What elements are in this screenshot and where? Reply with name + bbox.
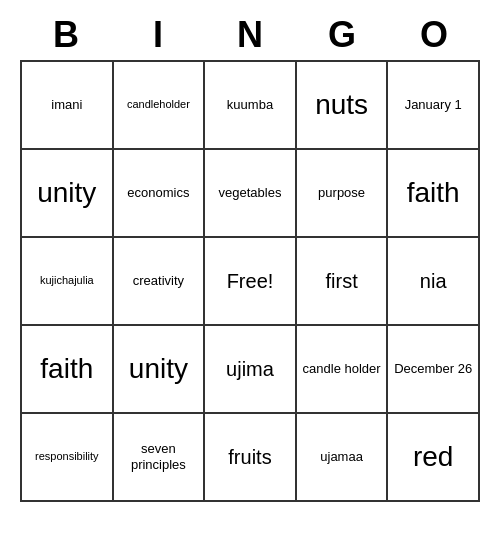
cell-text-11: creativity: [133, 273, 184, 289]
bingo-cell-14: nia: [388, 238, 480, 326]
bingo-cell-8: purpose: [297, 150, 389, 238]
bingo-cell-4: January 1: [388, 62, 480, 150]
cell-text-22: fruits: [228, 445, 271, 469]
bingo-cell-17: ujima: [205, 326, 297, 414]
cell-text-4: January 1: [405, 97, 462, 113]
bingo-cell-6: economics: [114, 150, 206, 238]
cell-text-21: seven principles: [118, 441, 200, 472]
bingo-grid: imanicandleholderkuumbanutsJanuary 1unit…: [20, 60, 480, 502]
cell-text-18: candle holder: [303, 361, 381, 377]
cell-text-0: imani: [51, 97, 82, 113]
header-letter-I: I: [112, 10, 204, 60]
cell-text-7: vegetables: [219, 185, 282, 201]
cell-text-13: first: [325, 269, 357, 293]
cell-text-16: unity: [129, 352, 188, 386]
bingo-cell-13: first: [297, 238, 389, 326]
bingo-cell-20: responsibility: [22, 414, 114, 502]
cell-text-1: candleholder: [127, 98, 190, 111]
bingo-cell-22: fruits: [205, 414, 297, 502]
cell-text-9: faith: [407, 176, 460, 210]
bingo-cell-23: ujamaa: [297, 414, 389, 502]
cell-text-2: kuumba: [227, 97, 273, 113]
cell-text-6: economics: [127, 185, 189, 201]
cell-text-5: unity: [37, 176, 96, 210]
cell-text-24: red: [413, 440, 453, 474]
cell-text-19: December 26: [394, 361, 472, 377]
bingo-cell-19: December 26: [388, 326, 480, 414]
cell-text-10: kujichajulia: [40, 274, 94, 287]
cell-text-23: ujamaa: [320, 449, 363, 465]
bingo-cell-5: unity: [22, 150, 114, 238]
bingo-cell-1: candleholder: [114, 62, 206, 150]
header-letter-O: O: [388, 10, 480, 60]
cell-text-17: ujima: [226, 357, 274, 381]
cell-text-20: responsibility: [35, 450, 99, 463]
bingo-cell-10: kujichajulia: [22, 238, 114, 326]
header-letter-B: B: [20, 10, 112, 60]
bingo-card: BINGO imanicandleholderkuumbanutsJanuary…: [20, 10, 480, 502]
cell-text-15: faith: [40, 352, 93, 386]
bingo-header: BINGO: [20, 10, 480, 60]
bingo-cell-24: red: [388, 414, 480, 502]
bingo-cell-15: faith: [22, 326, 114, 414]
cell-text-8: purpose: [318, 185, 365, 201]
bingo-cell-7: vegetables: [205, 150, 297, 238]
cell-text-12: Free!: [227, 269, 274, 293]
header-letter-G: G: [296, 10, 388, 60]
bingo-cell-18: candle holder: [297, 326, 389, 414]
cell-text-14: nia: [420, 269, 447, 293]
bingo-cell-3: nuts: [297, 62, 389, 150]
bingo-cell-0: imani: [22, 62, 114, 150]
bingo-cell-9: faith: [388, 150, 480, 238]
bingo-cell-12: Free!: [205, 238, 297, 326]
bingo-cell-11: creativity: [114, 238, 206, 326]
header-letter-N: N: [204, 10, 296, 60]
bingo-cell-16: unity: [114, 326, 206, 414]
bingo-cell-21: seven principles: [114, 414, 206, 502]
cell-text-3: nuts: [315, 88, 368, 122]
bingo-cell-2: kuumba: [205, 62, 297, 150]
